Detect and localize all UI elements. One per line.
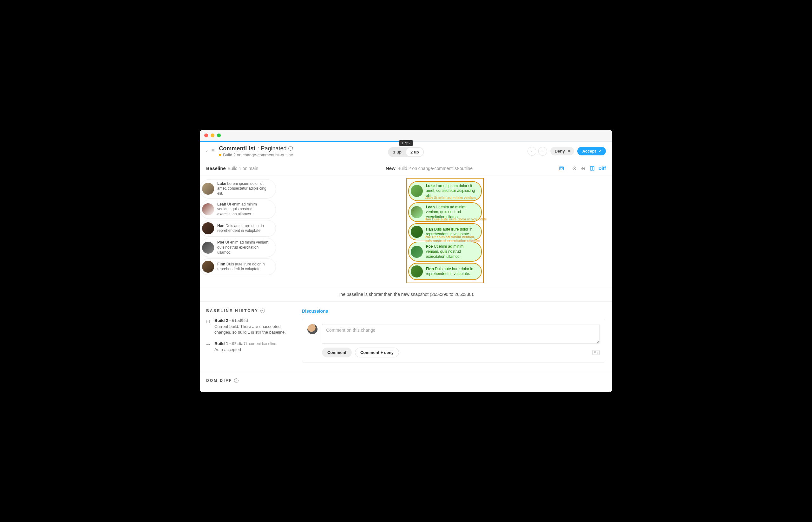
history-item: ⊶ Build 1 • 05c6a7f current baseline Aut… [206, 341, 289, 353]
bottom-section: BASELINE HISTORY ? ▢ Build 2 • 61ed96d C… [200, 301, 612, 371]
markdown-badge: M↓ [592, 350, 600, 355]
check-icon: ✓ [598, 149, 602, 154]
comment-text: Luke Lorem ipsum dolor sit amet, consect… [217, 181, 271, 196]
accept-label: Accept [582, 149, 596, 154]
avatar [202, 203, 214, 215]
compare-subheader: Baseline Build 1 on main New Build 2 on … [200, 162, 612, 175]
comment-text: Poe Ut enim ad minim veniam, quis nostru… [426, 244, 476, 259]
comment-button[interactable]: Comment [322, 347, 352, 357]
avatar [411, 185, 423, 197]
diff-link[interactable]: Diff [598, 166, 606, 171]
step-tooltip: 1 of 2 [399, 140, 413, 146]
svg-rect-3 [212, 150, 214, 151]
compare-pane: Luke Lorem ipsum dolor sit amet, consect… [200, 175, 612, 287]
help-icon[interactable]: ? [260, 308, 265, 313]
refresh-icon[interactable] [288, 146, 293, 150]
user-avatar [308, 324, 317, 334]
accept-button[interactable]: Accept ✓ [577, 147, 606, 155]
new-label: New [386, 165, 396, 171]
comment-row: Leah Ut enim ad minim veniam, quis nostr… [200, 200, 276, 219]
svg-point-0 [211, 149, 212, 150]
strikethrough-icon[interactable] [581, 166, 586, 171]
avatar [411, 206, 423, 218]
back-icon[interactable]: ‹ [206, 149, 207, 154]
svg-point-4 [211, 152, 212, 152]
one-up-toggle[interactable]: 1 up [389, 148, 406, 156]
history-icon: ⊶ [206, 342, 211, 353]
history-title: BASELINE HISTORY [206, 308, 258, 313]
discussions-panel: Discussions Comment Comment + deny M↓ [295, 302, 612, 371]
build-subtitle: Build 2 on change-commentlist-outline [223, 153, 293, 157]
comment-text: Leah Ut enim ad minim veniam, quis nostr… [217, 202, 271, 217]
avatar [411, 226, 423, 238]
size-note: The baseline is shorter than the new sna… [200, 287, 612, 301]
comment-text: Finn Duis aute irure dolor in reprehende… [217, 262, 271, 272]
history-icon: ▢ [206, 319, 211, 335]
story-title: CommentList:Paginated [219, 145, 293, 152]
comment-row: Finn Duis aute irure dolor in reprehende… [200, 259, 276, 275]
mac-titlebar [200, 130, 612, 141]
svg-rect-1 [212, 149, 214, 150]
deny-label: Deny [555, 149, 565, 154]
comment-row: Han Duis aute irure dolor in reprehender… [200, 220, 276, 237]
dom-diff-section: DOM DIFF ? [200, 371, 612, 392]
new-pane: Leah Ut enim ad minim veniam Han Duis au… [406, 175, 613, 287]
new-desc: Build 2 on change-commentlist-outline [397, 166, 473, 171]
dom-diff-title: DOM DIFF [206, 378, 232, 383]
minimize-window-button[interactable] [211, 134, 214, 137]
avatar [202, 222, 214, 234]
svg-point-2 [211, 150, 212, 151]
avatar [202, 261, 214, 273]
page-header: ‹ CommentList:Paginated Build 2 on chang… [200, 142, 612, 162]
story-name: CommentList [219, 145, 255, 152]
svg-point-9 [574, 168, 575, 169]
story-variant: Paginated [261, 145, 286, 152]
prev-change-button[interactable]: ‹ [528, 147, 536, 156]
view-mode-toggle: 1 of 2 1 up 2 up [388, 147, 424, 157]
comment-row-new: Poe Ut enim ad minim veniam, quis nostru… [408, 242, 482, 262]
close-icon: ✕ [568, 149, 571, 154]
avatar [411, 265, 423, 278]
comment-deny-button[interactable]: Comment + deny [355, 347, 399, 357]
focus-icon[interactable] [572, 166, 577, 171]
baseline-desc: Build 1 on main [228, 166, 258, 171]
list-icon[interactable] [211, 149, 214, 154]
svg-rect-7 [560, 167, 563, 169]
svg-rect-11 [592, 166, 594, 170]
baseline-label: Baseline [206, 165, 226, 171]
comment-text: Finn Duis aute irure dolor in reprehende… [426, 267, 476, 277]
svg-rect-10 [590, 166, 592, 170]
svg-rect-5 [212, 152, 214, 152]
help-icon[interactable]: ? [234, 378, 239, 383]
deny-button[interactable]: Deny ✕ [550, 147, 574, 155]
comment-input[interactable] [322, 324, 600, 344]
avatar [411, 246, 423, 258]
baseline-history: BASELINE HISTORY ? ▢ Build 2 • 61ed96d C… [200, 302, 295, 371]
comment-text: Poe Ut enim ad minim veniam, quis nostru… [217, 240, 271, 255]
app-window: ‹ CommentList:Paginated Build 2 on chang… [200, 130, 612, 392]
next-change-button[interactable]: › [538, 147, 547, 156]
zoom-window-button[interactable] [217, 134, 221, 137]
avatar [202, 242, 214, 254]
history-item: ▢ Build 2 • 61ed96d Current build. There… [206, 318, 289, 335]
diff-toggle-icon[interactable] [590, 166, 595, 171]
comment-text: Han Duis aute irure dolor in reprehender… [217, 224, 271, 234]
fit-icon[interactable] [559, 166, 564, 171]
comment-row: Luke Lorem ipsum dolor sit amet, consect… [200, 179, 276, 199]
comment-row-new: Finn Duis aute irure dolor in reprehende… [408, 263, 482, 280]
baseline-pane: Luke Lorem ipsum dolor sit amet, consect… [200, 175, 406, 287]
comment-row: Poe Ut enim ad minim veniam, quis nostru… [200, 238, 276, 257]
two-up-toggle[interactable]: 2 up [406, 148, 423, 156]
close-window-button[interactable] [204, 134, 208, 137]
discussions-title: Discussions [302, 308, 605, 314]
status-dot-pending [219, 154, 221, 156]
avatar [202, 183, 214, 195]
